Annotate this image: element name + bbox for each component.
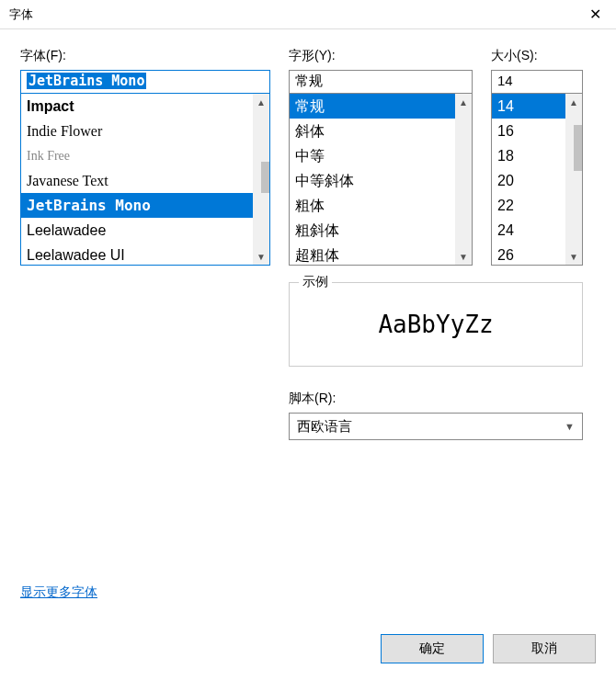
font-input[interactable]: JetBrains Mono: [20, 70, 270, 94]
list-item[interactable]: 14: [492, 94, 565, 119]
size-column: 大小(S): 14 1416182022242628 ▲ ▼: [491, 48, 583, 266]
font-column: 字体(F): JetBrains Mono ImpactIndie Flower…: [20, 48, 270, 266]
list-item[interactable]: 26: [492, 243, 565, 265]
close-icon: ✕: [589, 6, 601, 23]
list-item[interactable]: Leelawadee UI: [21, 243, 253, 265]
font-list-items: ImpactIndie FlowerInk FreeJavanese TextJ…: [21, 94, 253, 265]
size-input-value: 14: [497, 73, 513, 88]
list-item[interactable]: Leelawadee: [21, 218, 253, 243]
style-listbox[interactable]: 常规斜体中等中等斜体粗体粗斜体超粗体特粗斜体 ▲ ▼: [289, 93, 473, 266]
list-item[interactable]: 常规: [290, 94, 455, 119]
list-item[interactable]: Javanese Text: [21, 168, 253, 193]
sample-text: AaBbYyZz: [299, 311, 573, 338]
font-label: 字体(F):: [20, 48, 270, 64]
list-item[interactable]: 超粗体: [290, 243, 455, 265]
font-listbox[interactable]: ImpactIndie FlowerInk FreeJavanese TextJ…: [20, 93, 270, 266]
ok-button[interactable]: 确定: [381, 634, 484, 663]
list-item[interactable]: Impact: [21, 94, 253, 119]
list-item[interactable]: Indie Flower: [21, 119, 253, 143]
size-listbox[interactable]: 1416182022242628 ▲ ▼: [491, 93, 583, 266]
size-input[interactable]: 14: [491, 70, 583, 94]
scroll-down-icon[interactable]: ▼: [455, 248, 472, 265]
scroll-up-icon[interactable]: ▲: [565, 94, 582, 110]
scroll-up-icon[interactable]: ▲: [455, 94, 472, 110]
button-row: 确定 取消: [381, 634, 596, 663]
size-scrollbar[interactable]: ▲ ▼: [565, 94, 582, 265]
list-item[interactable]: JetBrains Mono: [21, 193, 253, 218]
style-scrollbar[interactable]: ▲ ▼: [455, 94, 472, 265]
style-list-items: 常规斜体中等中等斜体粗体粗斜体超粗体特粗斜体: [290, 94, 455, 265]
sample-legend: 示例: [299, 274, 332, 290]
window-title: 字体: [9, 6, 33, 23]
list-item[interactable]: 斜体: [290, 119, 455, 143]
top-row: 字体(F): JetBrains Mono ImpactIndie Flower…: [20, 48, 596, 266]
scroll-up-icon[interactable]: ▲: [253, 94, 269, 110]
scroll-thumb[interactable]: [574, 125, 583, 171]
right-block: 示例 AaBbYyZz 脚本(R): 西欧语言 ▼: [289, 266, 596, 440]
dialog-content: 字体(F): JetBrains Mono ImpactIndie Flower…: [0, 29, 616, 440]
script-label: 脚本(R):: [289, 391, 596, 407]
script-select[interactable]: 西欧语言 ▼: [289, 413, 583, 440]
scroll-down-icon[interactable]: ▼: [565, 248, 582, 265]
script-selected-value: 西欧语言: [297, 418, 352, 436]
close-button[interactable]: ✕: [574, 0, 616, 29]
list-item[interactable]: 24: [492, 218, 565, 243]
cancel-button[interactable]: 取消: [493, 634, 596, 663]
list-item[interactable]: Ink Free: [21, 143, 253, 168]
titlebar: 字体 ✕: [0, 0, 616, 29]
list-item[interactable]: 16: [492, 119, 565, 143]
list-item[interactable]: 粗斜体: [290, 218, 455, 243]
style-input-value: 常规: [295, 73, 323, 88]
font-input-value: JetBrains Mono: [27, 73, 146, 89]
chevron-down-icon: ▼: [565, 421, 575, 432]
sample-group: 示例 AaBbYyZz: [289, 282, 583, 367]
style-input[interactable]: 常规: [289, 70, 473, 94]
font-scrollbar[interactable]: ▲ ▼: [253, 94, 269, 265]
list-item[interactable]: 中等斜体: [290, 168, 455, 193]
list-item[interactable]: 20: [492, 168, 565, 193]
scroll-down-icon[interactable]: ▼: [253, 248, 269, 265]
size-label: 大小(S):: [491, 48, 583, 64]
list-item[interactable]: 粗体: [290, 193, 455, 218]
ok-button-label: 确定: [419, 640, 445, 657]
scroll-thumb[interactable]: [261, 162, 270, 193]
more-fonts-link[interactable]: 显示更多字体: [20, 584, 97, 601]
style-column: 字形(Y): 常规 常规斜体中等中等斜体粗体粗斜体超粗体特粗斜体 ▲ ▼: [289, 48, 473, 266]
size-list-items: 1416182022242628: [492, 94, 565, 265]
cancel-button-label: 取消: [531, 640, 557, 657]
list-item[interactable]: 22: [492, 193, 565, 218]
style-label: 字形(Y):: [289, 48, 473, 64]
list-item[interactable]: 18: [492, 143, 565, 168]
list-item[interactable]: 中等: [290, 143, 455, 168]
